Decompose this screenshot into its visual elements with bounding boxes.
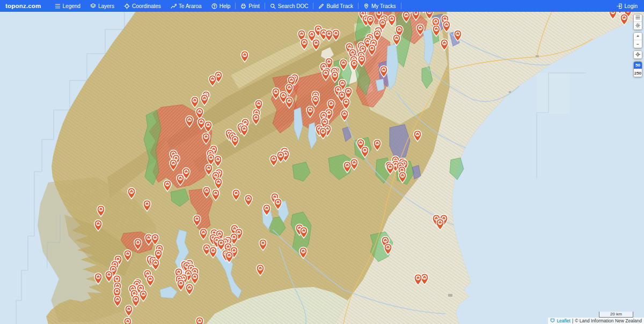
legend-list-icon	[55, 3, 61, 9]
scale-bar: 20 km	[599, 312, 633, 318]
crosshair-icon	[124, 3, 130, 9]
leaflet-link[interactable]: Leaflet	[557, 318, 570, 323]
pencil-icon	[318, 3, 324, 9]
nav-label: My Tracks	[371, 3, 396, 9]
topo-map[interactable]	[0, 0, 644, 324]
list-icon	[635, 15, 640, 21]
topo250-button[interactable]: 250	[634, 69, 642, 77]
nav-legend[interactable]: Legend	[50, 0, 85, 12]
attribution-bar: Leaflet | © Land Information New Zealand	[548, 318, 644, 324]
brand-logo[interactable]: toponz.com	[0, 3, 50, 9]
topo50-button[interactable]: 50	[634, 62, 642, 69]
zoom-in-button[interactable]: +	[634, 33, 642, 40]
top-navbar: toponz.com Legend Layers Coordinates Te …	[0, 0, 644, 12]
hut-marker[interactable]	[196, 317, 203, 324]
map-pin-icon	[363, 3, 369, 9]
nav-separator	[401, 3, 401, 9]
route-arrow-icon	[171, 3, 177, 9]
printer-icon	[240, 3, 246, 9]
sea-sheet-tint	[537, 73, 570, 114]
nav-label: Te Araroa	[179, 3, 202, 9]
nav-te-araroa[interactable]: Te Araroa	[166, 0, 207, 12]
marker-list-button[interactable]	[634, 14, 642, 22]
hut-marker[interactable]	[124, 318, 131, 324]
nav-coordinates[interactable]: Coordinates	[119, 0, 166, 12]
attribution-divider: |	[572, 318, 573, 323]
topo-series-group: 50 250	[633, 61, 642, 77]
nav-help[interactable]: Help	[207, 0, 236, 12]
nav-label: Print	[248, 3, 260, 9]
nav-label: Coordinates	[132, 3, 161, 9]
help-circle-icon	[211, 3, 217, 9]
nav-label: Build Track	[326, 3, 353, 9]
nav-print[interactable]: Print	[236, 0, 265, 12]
scale-label: 20 km	[610, 312, 622, 316]
gear-icon	[635, 23, 640, 29]
nav-label: Login	[625, 3, 638, 9]
leaflet-flag-icon	[550, 318, 555, 324]
nav-label: Help	[219, 3, 231, 9]
layers-icon	[90, 3, 96, 9]
locate-group	[633, 50, 642, 59]
nav-search-doc[interactable]: Search DOC	[265, 0, 313, 12]
sign-in-icon	[617, 3, 623, 9]
map-control-column: + − 50 250	[633, 14, 642, 77]
login-button[interactable]: Login	[612, 0, 644, 12]
nav-label: Search DOC	[278, 3, 309, 9]
attribution-copyright: © Land Information New Zealand	[575, 318, 642, 323]
nav-my-tracks[interactable]: My Tracks	[358, 0, 401, 12]
nav-layers[interactable]: Layers	[85, 0, 119, 12]
nav-label: Layers	[98, 3, 114, 9]
locate-button[interactable]	[634, 51, 642, 58]
zoom-group: + −	[633, 32, 642, 48]
zoom-out-button[interactable]: −	[634, 40, 642, 48]
settings-button[interactable]	[634, 22, 642, 30]
nav-label: Legend	[63, 3, 80, 9]
nav-build-track[interactable]: Build Track	[313, 0, 357, 12]
panel-settings-group	[633, 14, 642, 30]
target-icon	[635, 52, 640, 58]
search-icon	[270, 3, 276, 9]
map-viewport[interactable]	[0, 0, 644, 324]
